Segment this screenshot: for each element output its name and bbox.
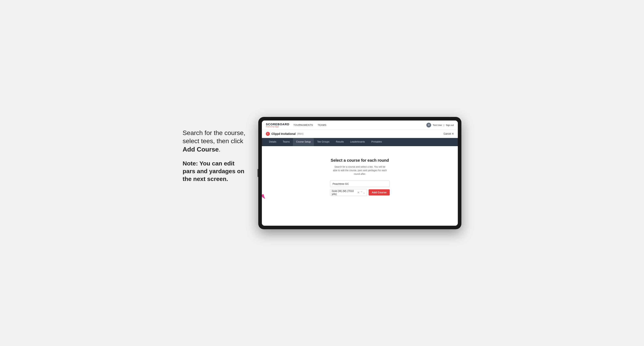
tournament-name: Clippd Invitational [272, 132, 296, 135]
cancel-icon: ✕ [452, 133, 454, 135]
avatar: U [426, 123, 431, 128]
avatar-initial: U [428, 124, 430, 126]
tablet-screen: SCOREBOARD Powered by clippd TOURNAMENTS… [262, 121, 458, 226]
header-left: SCOREBOARD Powered by clippd TOURNAMENTS… [266, 123, 326, 128]
tablet-side-button [258, 169, 258, 177]
instruction-bold: Add Course [182, 146, 219, 153]
cancel-link[interactable]: Cancel ✕ [444, 133, 454, 135]
instruction-panel: Search for the course, select tees, then… [182, 117, 246, 183]
course-section-title: Select a course for each round [331, 158, 389, 163]
logo-scoreboard: SCOREBOARD [266, 123, 289, 126]
main-nav: TOURNAMENTS TEAMS [293, 124, 326, 127]
instruction-note: Note: You can edit pars and yardages on … [182, 160, 246, 183]
annotation-container: Gold (M) (M) (7010 yds) ✕ ⌃⌄ Add Course [266, 180, 454, 196]
tab-tee-groups[interactable]: Tee Groups [314, 138, 332, 146]
tournament-gender: (Men) [297, 133, 303, 135]
tab-details[interactable]: Details [266, 138, 280, 146]
tab-teams[interactable]: Teams [280, 138, 293, 146]
app-header: SCOREBOARD Powered by clippd TOURNAMENTS… [262, 121, 458, 130]
annotation-arrow [262, 173, 270, 204]
tablet-device: SCOREBOARD Powered by clippd TOURNAMENTS… [258, 117, 462, 229]
instruction-text: Search for the course, select tees, then… [182, 129, 246, 154]
tab-course-setup[interactable]: Course Setup [293, 138, 314, 146]
nav-teams[interactable]: TEAMS [318, 124, 326, 127]
nav-tournaments[interactable]: TOURNAMENTS [293, 124, 313, 127]
page-wrapper: Search for the course, select tees, then… [182, 117, 462, 229]
tab-printables[interactable]: Printables [368, 138, 385, 146]
main-content: Select a course for each round Search fo… [262, 146, 458, 226]
tee-clear-button[interactable]: ✕ [356, 190, 360, 194]
course-section-desc: Search for a course and select a tee. Yo… [332, 165, 388, 176]
tab-nav: Details Teams Course Setup Tee Groups Re… [262, 138, 458, 146]
cancel-label: Cancel [444, 133, 451, 135]
tee-select-row: Gold (M) (M) (7010 yds) ✕ ⌃⌄ Add Course [330, 189, 390, 196]
tournament-header: C Clippd Invitational (Men) Cancel ✕ [262, 130, 458, 138]
tournament-title: C Clippd Invitational (Men) [266, 132, 304, 136]
logo-area: SCOREBOARD Powered by clippd [266, 123, 289, 128]
tee-arrows-icon: ⌃⌄ [360, 191, 365, 194]
header-right: U Test User | Sign out [426, 123, 454, 128]
tab-leaderboards[interactable]: Leaderboards [347, 138, 368, 146]
header-separator: | [444, 124, 444, 126]
add-course-button[interactable]: Add Course [368, 189, 390, 195]
svg-line-0 [262, 174, 265, 198]
tab-results[interactable]: Results [332, 138, 347, 146]
svg-marker-1 [262, 194, 265, 198]
tee-value: Gold (M) (M) (7010 yds) [332, 189, 356, 195]
course-search-input[interactable] [330, 180, 390, 187]
logo-sub: Powered by clippd [266, 126, 289, 128]
tournament-logo: C [266, 132, 270, 136]
user-label: Test User [433, 124, 442, 126]
sign-out-link[interactable]: Sign out [446, 124, 454, 126]
